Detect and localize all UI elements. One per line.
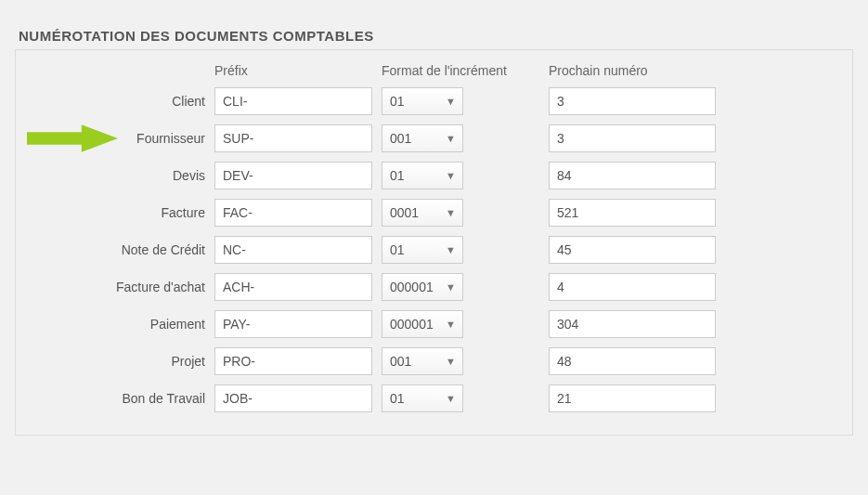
prefix-input-bon-travail[interactable] — [214, 384, 372, 412]
next-number-input-devis[interactable] — [549, 162, 716, 189]
format-select-note-credit[interactable]: 01 — [382, 236, 463, 264]
format-select-client[interactable]: 01 — [382, 87, 463, 115]
column-headers: Préfix Format de l'incrément Prochain nu… — [29, 63, 839, 78]
next-number-input-facture-achat[interactable] — [549, 273, 716, 301]
format-select-paiement[interactable]: 000001 — [382, 310, 463, 338]
next-number-input-fournisseur[interactable] — [549, 124, 716, 152]
row-fournisseur: Fournisseur001▼ — [29, 124, 839, 152]
label-paiement: Paiement — [29, 317, 214, 332]
row-client: Client01▼ — [29, 87, 839, 115]
label-projet: Projet — [29, 354, 214, 369]
next-number-input-projet[interactable] — [549, 347, 716, 375]
format-select-devis[interactable]: 01 — [382, 162, 463, 189]
header-spacer — [29, 63, 214, 78]
numbering-panel: Préfix Format de l'incrément Prochain nu… — [15, 49, 853, 436]
next-number-input-client[interactable] — [549, 87, 716, 115]
format-select-bon-travail[interactable]: 01 — [382, 384, 463, 412]
prefix-input-facture-achat[interactable] — [214, 273, 372, 301]
next-number-input-paiement[interactable] — [549, 310, 716, 338]
next-number-input-note-credit[interactable] — [549, 236, 716, 264]
next-number-input-bon-travail[interactable] — [549, 384, 716, 412]
label-fournisseur: Fournisseur — [29, 131, 214, 146]
label-facture-achat: Facture d'achat — [29, 280, 214, 294]
prefix-input-note-credit[interactable] — [214, 236, 372, 264]
label-note-credit: Note de Crédit — [29, 242, 214, 257]
label-devis: Devis — [29, 168, 214, 183]
next-number-input-facture[interactable] — [549, 199, 716, 227]
format-select-fournisseur[interactable]: 001 — [382, 124, 463, 152]
format-select-facture[interactable]: 0001 — [382, 199, 463, 227]
section-title: NUMÉROTATION DES DOCUMENTS COMPTABLES — [19, 28, 853, 44]
row-bon-travail: Bon de Travail01▼ — [29, 384, 839, 412]
prefix-input-fournisseur[interactable] — [214, 124, 372, 152]
prefix-input-paiement[interactable] — [214, 310, 372, 338]
row-facture: Facture0001▼ — [29, 199, 839, 227]
header-format: Format de l'incrément — [382, 63, 549, 78]
row-paiement: Paiement000001▼ — [29, 310, 839, 338]
row-projet: Projet001▼ — [29, 347, 839, 375]
prefix-input-facture[interactable] — [214, 199, 372, 227]
row-facture-achat: Facture d'achat000001▼ — [29, 273, 839, 301]
row-note-credit: Note de Crédit01▼ — [29, 236, 839, 264]
format-select-facture-achat[interactable]: 000001 — [382, 273, 463, 301]
header-next: Prochain numéro — [549, 63, 734, 78]
format-select-projet[interactable]: 001 — [382, 347, 463, 375]
prefix-input-client[interactable] — [214, 87, 372, 115]
label-facture: Facture — [29, 205, 214, 220]
row-devis: Devis01▼ — [29, 162, 839, 189]
header-prefix: Préfix — [214, 63, 382, 78]
prefix-input-projet[interactable] — [214, 347, 372, 375]
prefix-input-devis[interactable] — [214, 162, 372, 189]
label-bon-travail: Bon de Travail — [29, 391, 214, 406]
label-client: Client — [29, 94, 214, 109]
